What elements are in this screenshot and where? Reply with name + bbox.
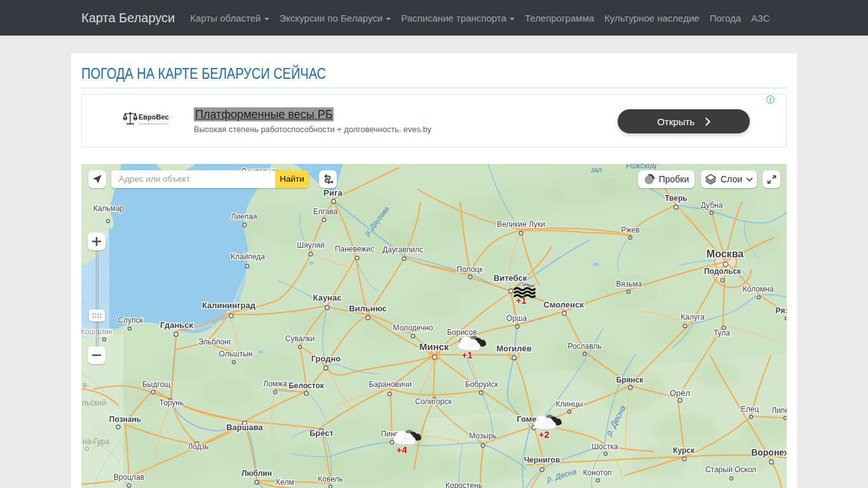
svg-text:Ряз: Ряз — [776, 306, 787, 315]
svg-text:Коростень: Коростень — [445, 481, 482, 488]
svg-text:Рославль: Рославль — [567, 342, 601, 351]
svg-text:Могилёв: Могилёв — [496, 344, 532, 353]
svg-text:Барановичи: Барановичи — [369, 380, 411, 389]
svg-text:Гродно: Гродно — [311, 354, 341, 363]
svg-text:Лодзь: Лодзь — [187, 442, 208, 451]
svg-text:Орёл: Орёл — [670, 388, 690, 398]
svg-text:Старый Оскол: Старый Оскол — [705, 465, 756, 474]
svg-text:Ломжа: Ломжа — [263, 379, 287, 388]
svg-text:Белосток: Белосток — [288, 381, 325, 390]
svg-text:Варшава: Варшава — [226, 423, 263, 432]
svg-text:Дубна: Дубна — [701, 201, 723, 210]
svg-text:Лиепая: Лиепая — [231, 212, 257, 221]
svg-text:Липе: Липе — [771, 406, 787, 415]
svg-text:Клинцы: Клинцы — [556, 400, 583, 409]
svg-text:Сувалки: Сувалки — [285, 334, 315, 343]
svg-text:Клайпеда: Клайпеда — [231, 252, 265, 261]
svg-text:Вроцлав: Вроцлав — [114, 473, 144, 482]
svg-text:Ольштын: Ольштын — [219, 349, 253, 358]
svg-text:Рижский: Рижский — [626, 164, 656, 170]
svg-text:Познань: Познань — [109, 415, 141, 424]
svg-text:Даугавпилс: Даугавпилс — [383, 245, 423, 254]
svg-text:Паневежис: Паневежис — [335, 245, 374, 254]
svg-text:Минск: Минск — [419, 341, 449, 352]
svg-text:Шяуляй: Шяуляй — [297, 241, 324, 250]
svg-text:+4: +4 — [396, 444, 407, 455]
svg-text:Брянск: Брянск — [616, 376, 644, 384]
svg-text:льский: льский — [82, 398, 106, 407]
svg-text:на-Гура: на-Гура — [83, 437, 110, 446]
svg-text:Тула: Тула — [714, 329, 730, 337]
svg-text:Калининград: Калининград — [202, 301, 256, 310]
svg-text:Подольск: Подольск — [704, 267, 742, 276]
svg-text:Смоленск: Смоленск — [543, 300, 584, 309]
svg-text:Солигорск: Солигорск — [415, 397, 452, 406]
svg-text:Витебск: Витебск — [494, 273, 527, 283]
svg-text:Молодечно: Молодечно — [393, 323, 433, 332]
svg-text:Хелм: Хелм — [275, 478, 294, 487]
svg-text:Ковель: Ковель — [318, 475, 342, 484]
svg-text:Калуга: Калуга — [681, 313, 705, 322]
svg-text:Воронеж: Воронеж — [751, 447, 787, 458]
svg-text:в-: в- — [83, 381, 89, 390]
svg-text:Елец: Елец — [741, 405, 759, 414]
svg-text:Кальмар: Кальмар — [93, 204, 125, 213]
svg-text:Конотоп: Конотоп — [583, 468, 611, 477]
svg-text:Чернигов: Чернигов — [524, 456, 560, 464]
svg-text:Елгава: Елгава — [313, 207, 338, 216]
svg-text:Коломна: Коломна — [743, 285, 774, 294]
svg-text:Мозырь: Мозырь — [469, 431, 497, 440]
svg-text:весоизмерительное оборудование: весоизмерительное оборудование — [139, 122, 169, 125]
svg-text:Брест: Брест — [309, 428, 334, 438]
svg-text:Полоцк: Полоцк — [457, 265, 484, 274]
svg-text:зал.: зал. — [590, 166, 604, 173]
svg-text:+1: +1 — [461, 349, 472, 360]
svg-text:Люблин: Люблин — [241, 469, 272, 478]
svg-text:Эльблонг: Эльблонг — [198, 337, 232, 346]
svg-text:Слупск: Слупск — [118, 316, 143, 325]
svg-text:Москва: Москва — [707, 248, 743, 259]
svg-text:Вязьма: Вязьма — [616, 280, 642, 288]
svg-text:Вильнюс: Вильнюс — [349, 304, 387, 313]
svg-text:+1: +1 — [515, 295, 526, 306]
svg-text:Ржев: Ржев — [621, 226, 639, 234]
svg-text:Тверь: Тверь — [665, 194, 687, 203]
svg-text:ЕвроВес: ЕвроВес — [139, 113, 169, 121]
svg-text:Торунь: Торунь — [159, 398, 184, 407]
svg-text:Быдгощ: Быдгощ — [142, 380, 170, 389]
svg-text:Борисов: Борисов — [447, 328, 477, 337]
svg-text:Каунас: Каунас — [313, 293, 342, 302]
svg-text:Курск: Курск — [673, 446, 695, 455]
svg-text:Гданьск: Гданьск — [160, 320, 193, 330]
svg-text:Рига: Рига — [323, 188, 342, 198]
svg-text:Великие Луки: Великие Луки — [497, 220, 545, 229]
svg-text:Бобруйск: Бобруйск — [465, 380, 499, 389]
svg-text:+2: +2 — [538, 429, 549, 440]
svg-text:Орша: Орша — [506, 314, 527, 323]
svg-text:Шостка: Шостка — [592, 442, 618, 451]
